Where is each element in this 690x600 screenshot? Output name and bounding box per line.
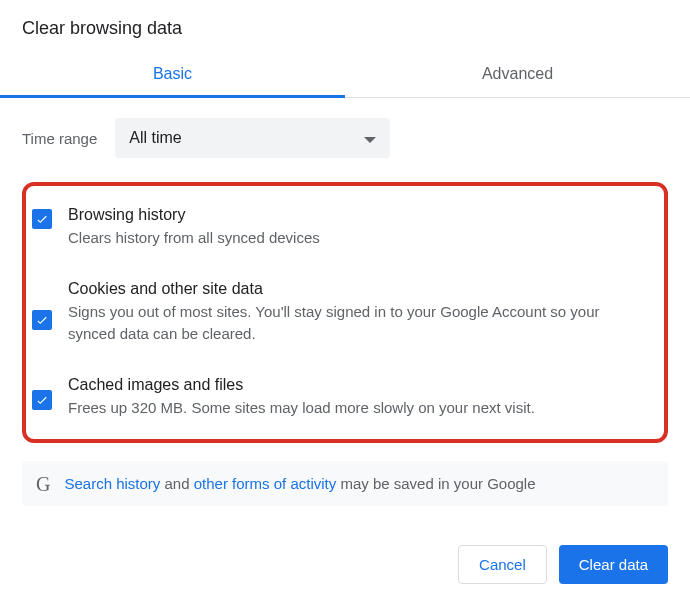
time-range-value: All time (129, 129, 181, 147)
time-range-select[interactable]: All time (115, 118, 390, 158)
checkbox-browsing-history[interactable] (32, 209, 52, 229)
info-card: G Search history and other forms of acti… (22, 461, 668, 506)
option-description: Signs you out of most sites. You'll stay… (68, 301, 650, 346)
google-logo-icon: G (36, 477, 50, 491)
option-browsing-history: Browsing history Clears history from all… (26, 196, 660, 270)
options-highlight-box: Browsing history Clears history from all… (22, 182, 668, 443)
option-description: Frees up 320 MB. Some sites may load mor… (68, 397, 650, 420)
option-title: Cached images and files (68, 376, 650, 394)
info-text-tail: may be saved in your Google (336, 475, 535, 492)
check-icon (35, 393, 49, 407)
checkbox-cache[interactable] (32, 390, 52, 410)
time-range-row: Time range All time (22, 118, 668, 158)
option-title: Cookies and other site data (68, 280, 650, 298)
option-cookies: Cookies and other site data Signs you ou… (26, 270, 660, 366)
cancel-button[interactable]: Cancel (458, 545, 547, 584)
footer-buttons: Cancel Clear data (458, 545, 668, 584)
tab-advanced[interactable]: Advanced (345, 49, 690, 97)
checkbox-cookies[interactable] (32, 310, 52, 330)
option-title: Browsing history (68, 206, 650, 224)
search-history-link[interactable]: Search history (64, 475, 160, 492)
activity-link[interactable]: other forms of activity (194, 475, 337, 492)
dropdown-caret-icon (364, 129, 376, 147)
time-range-label: Time range (22, 130, 97, 147)
option-cache: Cached images and files Frees up 320 MB.… (26, 366, 660, 430)
dialog-title: Clear browsing data (0, 0, 690, 49)
clear-data-button[interactable]: Clear data (559, 545, 668, 584)
check-icon (35, 212, 49, 226)
tabs: Basic Advanced (0, 49, 690, 98)
content-area: Time range All time Browsing history Cle… (0, 98, 690, 506)
option-description: Clears history from all synced devices (68, 227, 650, 250)
info-text-middle: and (160, 475, 193, 492)
tab-basic[interactable]: Basic (0, 49, 345, 97)
check-icon (35, 313, 49, 327)
info-text: Search history and other forms of activi… (64, 475, 535, 492)
